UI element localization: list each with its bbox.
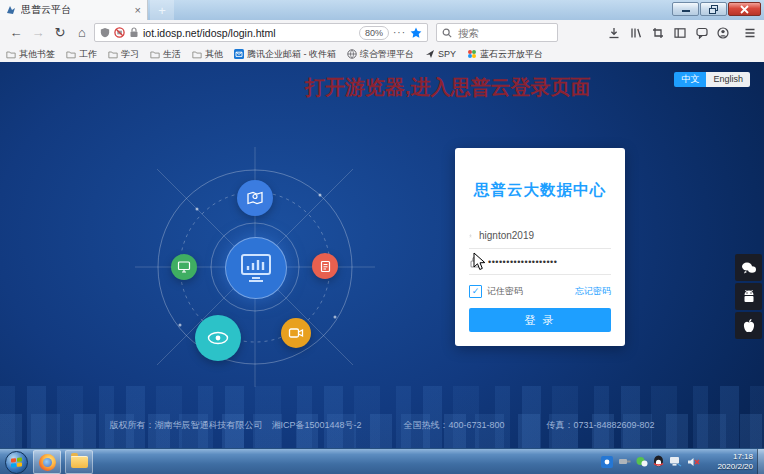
login-options-row: ✓ 记住密码 忘记密码 xyxy=(469,285,611,298)
monitor-icon xyxy=(177,260,191,274)
hub-center-dashboard[interactable] xyxy=(225,237,287,299)
tray-volume-muted-icon[interactable] xyxy=(687,456,700,468)
username-field[interactable] xyxy=(469,223,611,249)
folder-icon xyxy=(192,50,202,59)
page-actions-icon[interactable]: ··· xyxy=(393,27,406,38)
bookmark-item[interactable]: 蓝石云开放平台 xyxy=(467,48,543,61)
forward-button[interactable]: → xyxy=(28,20,48,46)
lang-english-button[interactable]: English xyxy=(706,72,750,87)
password-masked[interactable]: ••••••••••••••••••• xyxy=(488,257,611,267)
show-desktop-button[interactable] xyxy=(757,449,764,474)
mouse-cursor xyxy=(473,252,486,271)
bookmarks-bar: 其他书签 工作 学习 生活 其他 腾讯企业邮箱 - 收件箱 综合管理平台 SPY… xyxy=(0,46,764,63)
tray-messenger-icon[interactable] xyxy=(636,456,648,468)
home-button[interactable]: ⌂ xyxy=(72,20,92,46)
blocked-content-icon[interactable] xyxy=(114,27,125,38)
hub-satellite-eye[interactable] xyxy=(195,315,241,361)
android-icon xyxy=(742,289,756,304)
download-icon[interactable] xyxy=(606,25,622,41)
restore-button[interactable] xyxy=(700,2,727,16)
hub-satellite-monitor[interactable] xyxy=(171,254,197,280)
zoom-level-badge[interactable]: 80% xyxy=(359,26,389,40)
lang-chinese-button[interactable]: 中文 xyxy=(674,72,706,87)
shield-icon[interactable] xyxy=(100,27,110,38)
apple-button[interactable] xyxy=(735,312,762,339)
login-button[interactable]: 登 录 xyxy=(469,308,611,332)
footer-copyright: 版权所有：湖南华辰智通科技有限公司 湘ICP备15001448号-2 xyxy=(109,419,361,432)
url-text[interactable]: iot.idosp.net/idosp/login.html xyxy=(143,27,355,39)
taskbar-clock[interactable]: 17:18 2020/2/20 xyxy=(717,452,753,472)
account-icon[interactable] xyxy=(715,25,731,41)
library-icon[interactable] xyxy=(628,25,644,41)
taskbar-explorer-button[interactable] xyxy=(65,450,93,474)
hub-satellite-document[interactable] xyxy=(312,253,338,279)
search-icon xyxy=(442,28,452,38)
password-field[interactable]: ••••••••••••••••••• xyxy=(469,249,611,275)
globe-icon xyxy=(347,49,357,59)
annotation-text: 打开游览器,进入思普云登录页面 xyxy=(305,74,591,101)
system-tray xyxy=(601,455,700,468)
login-title: 思普云大数据中心 xyxy=(469,180,611,201)
username-input[interactable] xyxy=(479,230,611,241)
windows-flag-icon xyxy=(11,457,22,467)
tab-title: 思普云平台 xyxy=(21,3,130,17)
explorer-folder-icon xyxy=(71,456,88,468)
pocket-chat-icon[interactable] xyxy=(694,25,710,41)
dashboard-monitor-icon xyxy=(239,252,273,284)
remember-checkbox[interactable]: ✓ xyxy=(469,285,482,298)
start-button[interactable] xyxy=(5,451,28,474)
taskbar-firefox-button[interactable] xyxy=(33,450,61,474)
hub-satellite-camera[interactable] xyxy=(281,318,311,348)
tab-close-icon[interactable]: × xyxy=(135,5,141,15)
bookmark-item[interactable]: 腾讯企业邮箱 - 收件箱 xyxy=(234,48,336,61)
clock-date: 2020/2/20 xyxy=(717,462,753,472)
windows-taskbar: 17:18 2020/2/20 xyxy=(0,448,764,474)
remember-label[interactable]: 记住密码 xyxy=(487,285,575,298)
new-tab-button[interactable]: + xyxy=(150,0,174,20)
firefox-icon xyxy=(39,454,56,471)
folder-icon xyxy=(6,50,16,59)
window-controls xyxy=(672,2,761,16)
site-favicon-icon xyxy=(6,5,16,15)
screenshot-icon[interactable] xyxy=(650,25,666,41)
hub-satellite-map[interactable] xyxy=(237,180,273,216)
mail-icon xyxy=(234,49,244,59)
bookmark-item[interactable]: 学习 xyxy=(108,48,139,61)
close-button[interactable] xyxy=(728,2,761,16)
bookmark-item[interactable]: 其他 xyxy=(192,48,223,61)
color-dots-icon xyxy=(467,49,477,59)
url-bar[interactable]: iot.idosp.net/idosp/login.html 80% ··· xyxy=(94,23,428,42)
menu-hamburger-icon[interactable] xyxy=(742,25,758,41)
login-page: 打开游览器,进入思普云登录页面 中文 English xyxy=(0,62,764,448)
page-footer: 版权所有：湖南华辰智通科技有限公司 湘ICP备15001448号-2 全国热线：… xyxy=(0,419,764,432)
bookmark-item[interactable]: SPY xyxy=(425,49,456,59)
bookmark-star-icon[interactable] xyxy=(410,27,422,39)
user-icon xyxy=(469,230,472,242)
android-button[interactable] xyxy=(735,283,762,310)
tray-device-icon[interactable] xyxy=(618,456,631,467)
search-input[interactable] xyxy=(456,26,550,40)
reload-button[interactable]: ↻ xyxy=(50,20,70,46)
tray-notifier-icon[interactable] xyxy=(601,456,613,468)
window-titlebar: 思普云平台 × + xyxy=(0,0,764,21)
minimize-button[interactable] xyxy=(672,2,699,16)
bookmark-item[interactable]: 综合管理平台 xyxy=(347,48,414,61)
browser-tab[interactable]: 思普云平台 × xyxy=(0,0,148,20)
camera-icon xyxy=(288,325,304,341)
bookmark-item[interactable]: 工作 xyxy=(66,48,97,61)
tray-qq-icon[interactable] xyxy=(653,455,664,468)
document-icon xyxy=(319,260,332,273)
footer-fax: 传真：0731-84882609-802 xyxy=(547,419,655,432)
bookmark-item[interactable]: 其他书签 xyxy=(6,48,55,61)
clock-time: 17:18 xyxy=(717,452,753,462)
wechat-button[interactable] xyxy=(735,254,762,281)
forgot-password-link[interactable]: 忘记密码 xyxy=(575,285,611,298)
bookmark-item[interactable]: 生活 xyxy=(150,48,181,61)
site-info-icon[interactable] xyxy=(129,27,139,38)
back-button[interactable]: ← xyxy=(6,20,26,46)
sidebar-icon[interactable] xyxy=(672,25,688,41)
footer-hotline: 全国热线：400-6731-800 xyxy=(403,419,504,432)
search-bar[interactable] xyxy=(436,23,558,42)
language-toggle: 中文 English xyxy=(674,72,750,87)
tray-network-icon[interactable] xyxy=(669,456,682,467)
